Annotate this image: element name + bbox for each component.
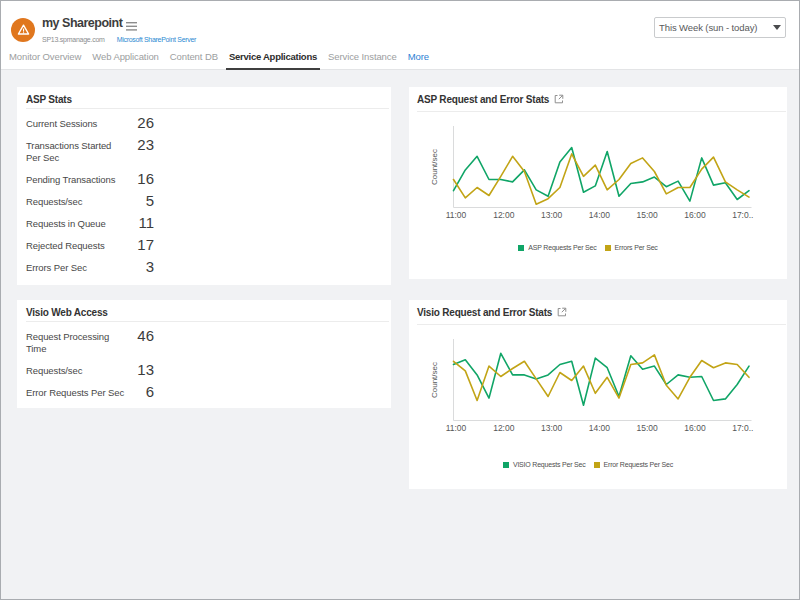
- card-title: ASP Stats: [26, 94, 72, 105]
- monitor-subheader: SP13.spmanage.com Microsoft SharePoint S…: [42, 36, 196, 45]
- stat-row: Pending Transactions16: [26, 169, 382, 191]
- stat-row: Request Processing Time46: [26, 326, 382, 360]
- stat-label: Requests in Queue: [26, 218, 128, 230]
- x-tick-label: 14:00: [589, 210, 611, 220]
- stat-rows: Request Processing Time46Requests/sec13E…: [26, 326, 382, 404]
- stat-value: 11: [128, 217, 154, 229]
- chart-legend: VISIO Requests Per Sec Error Requests Pe…: [399, 461, 777, 468]
- chart-title: Visio Request and Error Stats: [417, 307, 567, 319]
- tab-bar: Monitor OverviewWeb ApplicationContent D…: [1, 46, 799, 70]
- stat-label: Pending Transactions: [26, 174, 128, 186]
- open-in-new-icon[interactable]: [554, 94, 564, 106]
- header: my Sharepoint SP13.spmanage.com Microsof…: [1, 1, 799, 46]
- monitor-status-badge: [11, 18, 35, 42]
- stat-row: Errors Per Sec3: [26, 257, 382, 279]
- open-in-new-icon[interactable]: [557, 307, 567, 319]
- legend-item: VISIO Requests Per Sec: [503, 461, 586, 468]
- stat-label: Rejected Requests: [26, 240, 128, 252]
- app-window: my Sharepoint SP13.spmanage.com Microsof…: [0, 0, 800, 600]
- x-tick-label: 17:0..: [732, 210, 753, 220]
- legend-label: Errors Per Sec: [615, 244, 658, 251]
- time-period-dropdown[interactable]: This Week (sun - today): [654, 17, 786, 38]
- series-asp-requests-per-sec: [454, 148, 750, 202]
- stat-rows: Current Sessions26Transactions Started P…: [26, 113, 382, 279]
- x-tick-label: 13:00: [541, 423, 563, 433]
- warning-triangle-icon: [16, 23, 31, 37]
- series-visio-requests-per-sec: [454, 353, 750, 405]
- stat-value: 3: [128, 261, 154, 273]
- chart-title: ASP Request and Error Stats: [417, 94, 564, 106]
- legend-item: Error Requests Per Sec: [594, 461, 674, 468]
- x-tick-label: 17:0..: [732, 423, 753, 433]
- stat-label: Request Processing Time: [26, 331, 128, 355]
- stat-row: Transactions Started Per Sec23: [26, 135, 382, 169]
- stat-value: 17: [128, 239, 154, 251]
- stat-row: Requests/sec13: [26, 360, 382, 382]
- visio-request-error-line-chart: 11:0012:0013:0014:0015:0016:0017:0..Coun…: [409, 325, 787, 437]
- stat-row: Rejected Requests17: [26, 235, 382, 257]
- chart-title-text: Visio Request and Error Stats: [417, 307, 552, 318]
- stat-label: Requests/sec: [26, 196, 128, 208]
- stat-value: 6: [128, 386, 154, 398]
- stat-value: 46: [128, 330, 154, 342]
- stat-row: Error Requests Per Sec6: [26, 382, 382, 404]
- monitor-host: SP13.spmanage.com: [42, 36, 105, 43]
- stat-label: Errors Per Sec: [26, 262, 128, 274]
- tab-web-application[interactable]: Web Application: [89, 46, 161, 70]
- tab-monitor-overview[interactable]: Monitor Overview: [6, 46, 84, 70]
- asp-request-error-line-chart: 11:0012:0013:0014:0015:0016:0017:0..Coun…: [409, 112, 787, 224]
- stat-value: 16: [128, 173, 154, 185]
- tab-service-instance[interactable]: Service Instance: [325, 46, 400, 70]
- stat-row: Current Sessions26: [26, 113, 382, 135]
- visio-request-error-chart-card: Visio Request and Error Stats 11:0012:00…: [409, 300, 787, 489]
- x-tick-label: 16:00: [684, 210, 706, 220]
- y-axis-label: Count/sec: [430, 149, 439, 185]
- stat-label: Current Sessions: [26, 118, 128, 130]
- stat-value: 23: [128, 139, 154, 151]
- menu-icon[interactable]: [126, 17, 137, 26]
- x-tick-label: 14:00: [589, 423, 611, 433]
- stat-value: 13: [128, 364, 154, 376]
- chart-title-text: ASP Request and Error Stats: [417, 94, 549, 105]
- legend-swatch-green: [518, 245, 524, 251]
- divider: [26, 321, 389, 322]
- x-tick-label: 15:00: [637, 210, 659, 220]
- stat-value: 26: [128, 117, 154, 129]
- time-period-value: This Week (sun - today): [659, 22, 757, 33]
- page-title: my Sharepoint: [42, 16, 122, 30]
- divider: [26, 108, 389, 109]
- stat-value: 5: [128, 195, 154, 207]
- x-tick-label: 13:00: [541, 210, 563, 220]
- chevron-down-icon: [773, 25, 781, 30]
- asp-request-error-chart-card: ASP Request and Error Stats 11:0012:0013…: [409, 87, 787, 279]
- legend-swatch-yellow: [594, 462, 600, 468]
- legend-label: Error Requests Per Sec: [604, 461, 674, 468]
- y-axis-label: Count/sec: [430, 362, 439, 398]
- legend-swatch-green: [503, 462, 509, 468]
- stat-label: Error Requests Per Sec: [26, 387, 128, 399]
- x-tick-label: 16:00: [684, 423, 706, 433]
- legend-swatch-yellow: [605, 245, 611, 251]
- chart-legend: ASP Requests Per Sec Errors Per Sec: [399, 244, 777, 251]
- legend-label: VISIO Requests Per Sec: [513, 461, 586, 468]
- stat-row: Requests/sec5: [26, 191, 382, 213]
- x-tick-label: 12:00: [493, 210, 515, 220]
- tab-more[interactable]: More: [405, 46, 432, 70]
- x-tick-label: 11:00: [446, 210, 467, 220]
- card-title: Visio Web Access: [26, 307, 108, 318]
- stat-row: Requests in Queue11: [26, 213, 382, 235]
- tab-service-applications[interactable]: Service Applications: [226, 46, 320, 70]
- x-tick-label: 11:00: [446, 423, 467, 433]
- legend-item: ASP Requests Per Sec: [518, 244, 596, 251]
- visio-web-access-card: Visio Web Access Request Processing Time…: [17, 300, 391, 408]
- tab-content-db[interactable]: Content DB: [167, 46, 221, 70]
- stat-label: Transactions Started Per Sec: [26, 140, 128, 164]
- x-tick-label: 15:00: [637, 423, 659, 433]
- asp-stats-card: ASP Stats Current Sessions26Transactions…: [17, 87, 391, 285]
- legend-item: Errors Per Sec: [605, 244, 658, 251]
- legend-label: ASP Requests Per Sec: [528, 244, 596, 251]
- monitor-type-link[interactable]: Microsoft SharePoint Server: [117, 36, 196, 43]
- stat-label: Requests/sec: [26, 365, 128, 377]
- x-tick-label: 12:00: [493, 423, 515, 433]
